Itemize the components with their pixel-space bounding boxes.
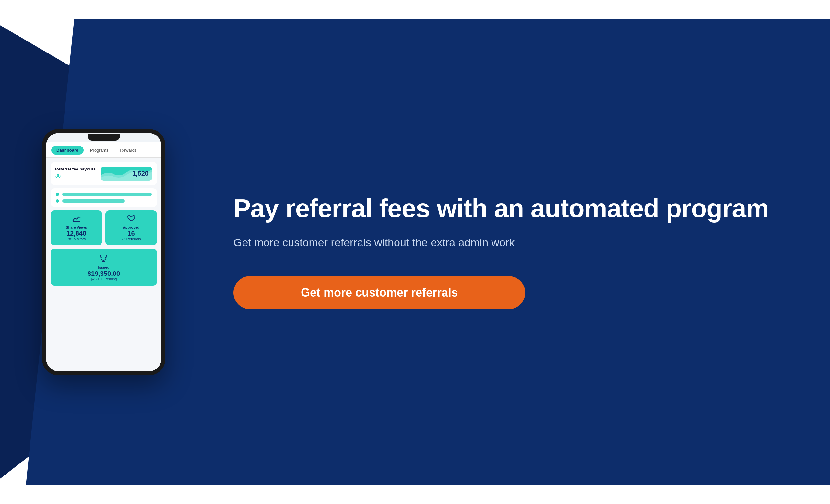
share-views-value: 12,840 — [66, 230, 86, 237]
phone-section: Dashboard Programs Rewards Referral fee … — [0, 0, 208, 504]
referral-chart: 1,520 — [100, 167, 152, 180]
list-dot-1 — [56, 193, 59, 196]
phone-content: Referral fee payouts 👁 1,520 — [46, 158, 161, 371]
referral-card: Referral fee payouts 👁 1,520 — [51, 162, 157, 185]
issued-label: Issued — [98, 265, 109, 269]
share-views-label: Share Views — [66, 225, 87, 229]
stat-card-issued: Issued $19,350.00 $250.00 Pendng — [51, 248, 157, 285]
list-section — [51, 188, 157, 207]
main-container: Dashboard Programs Rewards Referral fee … — [0, 0, 830, 504]
phone-tabs: Dashboard Programs Rewards — [46, 142, 161, 158]
right-section: Pay referral fees with an automated prog… — [208, 169, 830, 335]
trophy-icon — [99, 253, 108, 264]
eye-icon: 👁 — [55, 173, 100, 180]
phone-notch — [88, 134, 120, 141]
list-item-2 — [56, 199, 152, 203]
tab-programs[interactable]: Programs — [85, 146, 114, 155]
referral-title: Referral fee payouts — [55, 167, 100, 172]
phone-screen: Dashboard Programs Rewards Referral fee … — [46, 133, 161, 371]
tab-dashboard[interactable]: Dashboard — [51, 146, 84, 155]
approved-sub: 23 Referrals — [122, 237, 141, 241]
list-item-1 — [56, 193, 152, 196]
referral-left: Referral fee payouts 👁 — [55, 167, 100, 180]
main-heading: Pay referral fees with an automated prog… — [233, 195, 791, 222]
approved-value: 16 — [127, 230, 134, 237]
stats-grid: Share Views 12,840 781 Visitors App — [51, 210, 157, 285]
stat-card-share-views: Share Views 12,840 781 Visitors — [51, 210, 102, 245]
phone-device: Dashboard Programs Rewards Referral fee … — [42, 129, 165, 375]
list-dot-2 — [56, 199, 59, 203]
issued-sub: $250.00 Pendng — [91, 277, 117, 281]
sub-heading: Get more customer referrals without the … — [233, 235, 791, 250]
list-bar-2 — [62, 199, 125, 203]
stat-card-approved: Approved 16 23 Referrals — [105, 210, 157, 245]
list-bar-1 — [62, 193, 152, 196]
heart-icon — [127, 215, 135, 224]
issued-value: $19,350.00 — [88, 270, 120, 277]
approved-label: Approved — [123, 225, 139, 229]
tab-rewards[interactable]: Rewards — [115, 146, 142, 155]
chart-number: 1,520 — [132, 170, 149, 177]
chart-icon — [72, 215, 81, 224]
share-views-sub: 781 Visitors — [67, 237, 86, 241]
cta-button[interactable]: Get more customer referrals — [233, 276, 525, 309]
